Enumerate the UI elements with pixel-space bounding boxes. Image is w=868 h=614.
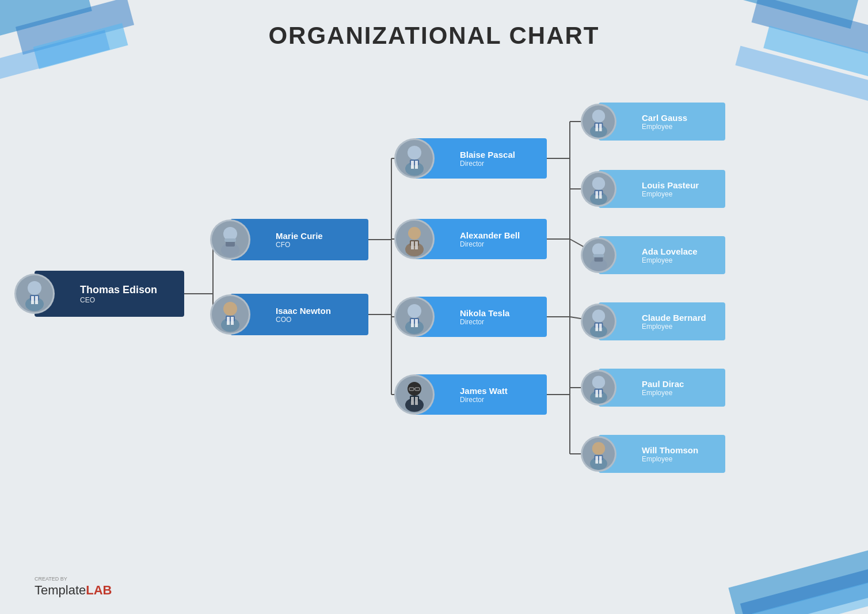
vp1-node: Marie Curie CFO <box>230 219 368 260</box>
dir1-node: Blaise Pascal Director <box>414 138 547 179</box>
emp6-role: Employee <box>642 455 698 463</box>
svg-point-44 <box>223 302 237 316</box>
dir2-name: Alexander Bell <box>460 230 520 240</box>
dir4-name: James Watt <box>460 386 508 396</box>
svg-point-59 <box>408 304 421 318</box>
dir4-role: Director <box>460 396 508 404</box>
emp4-node: Claude Bernard Employee <box>599 302 725 340</box>
svg-rect-95 <box>599 390 602 397</box>
emp5-text: Paul Dirac Employee <box>616 374 693 401</box>
dir3-name: Nikola Tesla <box>460 308 509 318</box>
svg-rect-76 <box>599 124 602 131</box>
emp1-name: Carl Gauss <box>642 113 687 123</box>
vp2-avatar <box>210 294 250 335</box>
svg-rect-67 <box>411 397 414 405</box>
emp5-name: Paul Dirac <box>642 379 684 389</box>
svg-rect-100 <box>599 456 602 464</box>
dir1-role: Director <box>460 160 515 168</box>
emp2-role: Employee <box>642 190 699 198</box>
emp5-avatar <box>581 370 616 405</box>
svg-rect-81 <box>599 191 602 199</box>
svg-point-54 <box>408 227 421 240</box>
ceo-avatar <box>14 274 55 314</box>
emp5-role: Employee <box>642 389 684 397</box>
dir3-text: Nikola Tesla Director <box>435 304 519 331</box>
vp2-node: Isaac Newton COO <box>230 294 368 335</box>
emp1-role: Employee <box>642 123 687 131</box>
svg-rect-53 <box>415 161 418 169</box>
svg-point-96 <box>592 442 605 454</box>
svg-point-35 <box>28 281 41 295</box>
logo-created-by: CREATED BY <box>35 576 112 582</box>
page-title: ORGANIZATIONAL CHART <box>0 0 868 50</box>
emp2-node: Louis Pasteur Employee <box>599 170 725 208</box>
emp4-role: Employee <box>642 323 706 331</box>
emp1-node: Carl Gauss Employee <box>599 103 725 141</box>
dir1-name: Blaise Pascal <box>460 150 515 160</box>
dir1-avatar <box>394 138 435 179</box>
emp5-node: Paul Dirac Employee <box>599 369 725 407</box>
dir4-text: James Watt Director <box>435 381 517 408</box>
svg-rect-75 <box>595 124 598 131</box>
ceo-role: CEO <box>80 296 157 304</box>
svg-rect-58 <box>415 241 418 249</box>
svg-rect-10 <box>752 581 868 614</box>
dir2-node: Alexander Bell Director <box>414 219 547 259</box>
logo-lab: LAB <box>86 583 112 597</box>
vp2-text: Isaac Newton COO <box>250 301 340 328</box>
chart-area: Thomas Edison CEO Marie Curie CFO <box>0 63 868 568</box>
svg-rect-89 <box>595 324 598 331</box>
vp2-name: Isaac Newton <box>276 306 331 316</box>
emp2-text: Louis Pasteur Employee <box>616 176 708 203</box>
svg-rect-99 <box>595 456 598 464</box>
svg-rect-9 <box>740 568 868 614</box>
emp3-role: Employee <box>642 256 698 264</box>
svg-point-72 <box>592 109 605 122</box>
svg-point-77 <box>592 177 605 189</box>
dir4-avatar <box>394 374 435 415</box>
svg-rect-47 <box>227 317 230 325</box>
emp4-avatar <box>581 304 616 339</box>
dir1-text: Blaise Pascal Director <box>435 145 524 172</box>
svg-rect-62 <box>411 319 414 327</box>
svg-rect-38 <box>31 296 34 304</box>
dir3-role: Director <box>460 318 509 326</box>
emp6-name: Will Thomson <box>642 445 698 455</box>
svg-rect-52 <box>411 161 414 169</box>
dir2-avatar <box>394 219 435 259</box>
vp1-name: Marie Curie <box>276 231 323 241</box>
vp1-text: Marie Curie CFO <box>250 226 332 253</box>
svg-rect-90 <box>599 324 602 331</box>
dir2-role: Director <box>460 240 520 248</box>
emp6-text: Will Thomson Employee <box>616 441 707 468</box>
logo: CREATED BY TemplateLAB <box>35 576 112 598</box>
dir2-text: Alexander Bell Director <box>435 226 529 253</box>
vp2-role: COO <box>276 316 331 324</box>
vp1-role: CFO <box>276 241 323 249</box>
vp1-avatar <box>210 219 250 260</box>
ceo-node: Thomas Edison CEO <box>35 271 184 317</box>
emp6-node: Will Thomson Employee <box>599 435 725 473</box>
svg-rect-43 <box>224 238 236 242</box>
dir3-avatar <box>394 297 435 337</box>
emp3-node: Ada Lovelace Employee <box>599 236 725 274</box>
emp3-name: Ada Lovelace <box>642 247 698 256</box>
emp4-text: Claude Bernard Employee <box>616 308 715 335</box>
svg-point-86 <box>592 309 605 322</box>
ceo-name: Thomas Edison <box>80 284 157 296</box>
emp2-name: Louis Pasteur <box>642 180 699 190</box>
emp1-avatar <box>581 104 616 139</box>
ceo-text: Thomas Edison CEO <box>55 279 166 309</box>
svg-rect-48 <box>231 317 234 325</box>
dir3-node: Nikola Tesla Director <box>414 297 547 337</box>
svg-rect-63 <box>415 319 418 327</box>
emp1-text: Carl Gauss Employee <box>616 108 696 135</box>
svg-rect-85 <box>593 254 604 257</box>
emp3-avatar <box>581 237 616 273</box>
svg-rect-94 <box>595 390 598 397</box>
svg-rect-39 <box>35 296 38 304</box>
emp3-text: Ada Lovelace Employee <box>616 242 707 269</box>
svg-rect-57 <box>411 241 414 249</box>
svg-rect-80 <box>595 191 598 199</box>
svg-rect-68 <box>415 397 418 405</box>
